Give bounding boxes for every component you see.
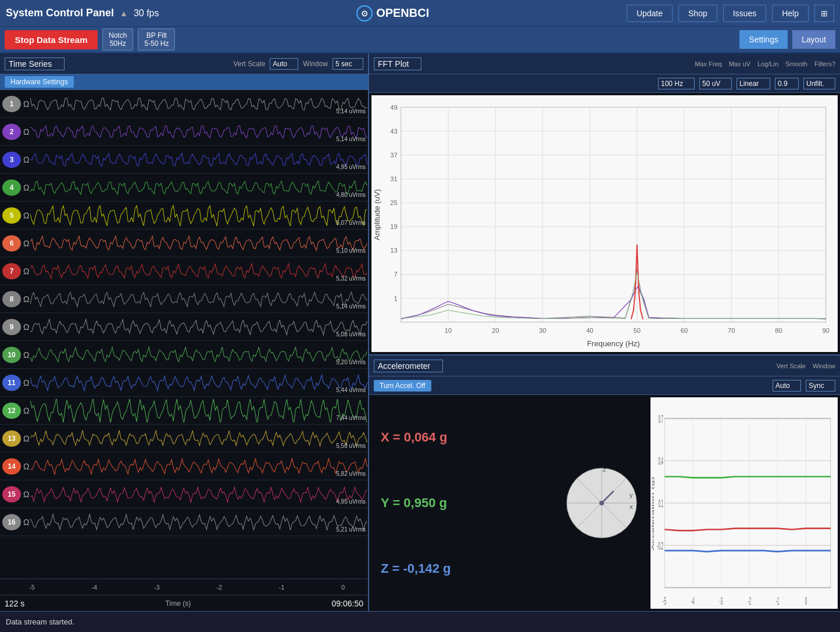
svg-text:Acceleration (g): Acceleration (g)	[651, 477, 655, 551]
svg-text:0: 0	[805, 595, 807, 607]
fft-title-select[interactable]: FFT Plot	[374, 58, 421, 70]
update-button[interactable]: Update	[627, 5, 673, 22]
channel-omega-6[interactable]: Ω	[23, 239, 29, 248]
channel-waveform-13: 5,58 uVrms	[30, 427, 368, 450]
filters-select[interactable]: Unfilt.	[803, 78, 835, 89]
channel-number-15: 15	[2, 486, 21, 502]
svg-text:Frequency (Hz): Frequency (Hz)	[587, 339, 640, 348]
svg-text:y: y	[630, 491, 633, 498]
channel-omega-12[interactable]: Ω	[23, 406, 29, 415]
channel-row-3: 3Ω4,95 uVrms	[0, 146, 368, 174]
accel-x-value: X = 0,064 g	[381, 430, 544, 445]
channel-omega-9[interactable]: Ω	[23, 322, 29, 332]
svg-text:30: 30	[539, 327, 546, 334]
time-axis: -5-4-3-2-10	[0, 579, 368, 595]
channel-waveform-11: 5,44 uVrms	[30, 371, 368, 394]
channel-omega-7[interactable]: Ω	[23, 267, 29, 276]
turn-accel-button[interactable]: Turn Accel. Off	[374, 380, 431, 392]
channel-number-4: 4	[2, 179, 21, 196]
svg-text:37: 37	[390, 152, 397, 159]
bp-filt-button[interactable]: BP Filt5-50 Hz	[138, 28, 175, 51]
time-series-panel: Time Series Vert Scale Auto Window 5 sec…	[0, 53, 369, 611]
channel-omega-16[interactable]: Ω	[23, 518, 29, 527]
fft-section: FFT Plot Max Freq Max uV Log/Lin Smooth …	[369, 53, 840, 356]
time-axis-tick: -1	[279, 584, 285, 591]
help-button[interactable]: Help	[772, 5, 809, 22]
channel-row-11: 11Ω5,44 uVrms	[0, 369, 368, 397]
channel-waveform-16: 5,21 uVrms	[30, 511, 368, 534]
channel-row-8: 8Ω5,14 uVrms	[0, 285, 368, 313]
channel-rms-9: 5,08 uVrms	[336, 331, 366, 337]
log-lin-select[interactable]: Linear	[737, 78, 770, 89]
channel-omega-14[interactable]: Ω	[23, 462, 29, 471]
accel-title-select[interactable]: Accelerometer	[374, 360, 443, 372]
shop-button[interactable]: Shop	[678, 5, 717, 22]
notch-button[interactable]: Notch50Hz	[102, 28, 133, 51]
channel-row-7: 7Ω5,32 uVrms	[0, 257, 368, 285]
time-axis-label: Time (s)	[166, 599, 191, 608]
channel-omega-4[interactable]: Ω	[23, 183, 29, 192]
channel-waveform-9: 5,08 uVrms	[30, 315, 368, 339]
right-panel: FFT Plot Max Freq Max uV Log/Lin Smooth …	[369, 53, 840, 611]
channel-omega-8[interactable]: Ω	[23, 295, 29, 304]
fft-header: FFT Plot Max Freq Max uV Log/Lin Smooth …	[369, 53, 840, 74]
accelerometer-section: Accelerometer Vert Scale Window Turn Acc…	[369, 356, 840, 611]
channel-row-10: 10Ω5,20 uVrms	[0, 341, 368, 369]
max-uv-select[interactable]: 50 uV	[699, 78, 732, 89]
svg-rect-0	[371, 95, 838, 352]
issues-button[interactable]: Issues	[723, 5, 766, 22]
app-title: System Control Panel	[6, 7, 114, 19]
fft-controls-row: 100 Hz 50 uV Linear 0.9 Unfilt.	[369, 74, 840, 93]
window-button[interactable]: ⊞	[814, 5, 834, 22]
channel-omega-1[interactable]: Ω	[23, 99, 29, 109]
max-freq-select[interactable]: 100 Hz	[658, 78, 695, 89]
channel-omega-10[interactable]: Ω	[23, 350, 29, 360]
channel-number-13: 13	[2, 430, 21, 447]
channel-omega-5[interactable]: Ω	[23, 211, 29, 220]
channel-rms-4: 4,80 uVrms	[336, 192, 366, 198]
time-series-select[interactable]: Time Series	[5, 58, 65, 70]
svg-text:31: 31	[390, 175, 397, 182]
channel-rms-15: 4,95 uVrms	[336, 498, 366, 505]
time-series-header: Time Series Vert Scale Auto Window 5 sec	[0, 53, 368, 74]
accel-controls: Turn Accel. Off Auto Sync	[369, 376, 840, 395]
accel-scale-select[interactable]: Auto	[773, 380, 801, 392]
vert-scale-select[interactable]: Auto	[270, 58, 298, 70]
svg-text:-5: -5	[663, 595, 666, 607]
window-select[interactable]: 5 sec	[333, 58, 363, 70]
svg-text:-0.2: -0.2	[657, 540, 663, 552]
channel-rms-10: 5,20 uVrms	[336, 359, 366, 365]
channel-omega-11[interactable]: Ω	[23, 378, 29, 387]
channel-row-16: 16Ω5,21 uVrms	[0, 508, 368, 536]
svg-text:19: 19	[390, 223, 397, 230]
channel-rms-1: 5,14 uVrms	[336, 108, 366, 114]
accel-vert-scale-label: Vert Scale	[777, 362, 806, 369]
channel-omega-2[interactable]: Ω	[23, 127, 29, 137]
channel-row-9: 9Ω5,08 uVrms	[0, 313, 368, 341]
channel-rms-8: 5,14 uVrms	[336, 303, 366, 310]
channel-rms-5: 5,07 uVrms	[336, 220, 366, 226]
svg-text:-1: -1	[776, 595, 779, 607]
svg-text:0.7: 0.7	[658, 414, 663, 425]
channel-omega-15[interactable]: Ω	[23, 490, 29, 499]
channel-waveform-7: 5,32 uVrms	[30, 260, 368, 283]
smooth-select[interactable]: 0.9	[775, 78, 799, 89]
channel-waveform-10: 5,20 uVrms	[30, 343, 368, 367]
svg-text:40: 40	[586, 327, 593, 334]
layout-button[interactable]: Layout	[792, 30, 835, 49]
logo-icon: ⊙	[356, 5, 373, 21]
accel-values: X = 0,064 g Y = 0,950 g Z = -0,142 g	[369, 395, 555, 611]
stop-data-stream-button[interactable]: Stop Data Stream	[5, 30, 98, 49]
channel-number-12: 12	[2, 403, 21, 419]
settings-button[interactable]: Settings	[739, 30, 788, 49]
channel-number-9: 9	[2, 319, 21, 335]
channel-row-13: 13Ω5,58 uVrms	[0, 425, 368, 453]
channel-number-7: 7	[2, 263, 21, 279]
channel-row-15: 15Ω4,95 uVrms	[0, 480, 368, 508]
channel-omega-3[interactable]: Ω	[23, 155, 29, 164]
accel-window-select[interactable]: Sync	[806, 380, 835, 392]
channel-omega-13[interactable]: Ω	[23, 434, 29, 443]
hardware-settings-button[interactable]: Hardware Settings	[5, 76, 74, 88]
channel-number-16: 16	[2, 514, 21, 530]
svg-text:10: 10	[445, 327, 452, 334]
